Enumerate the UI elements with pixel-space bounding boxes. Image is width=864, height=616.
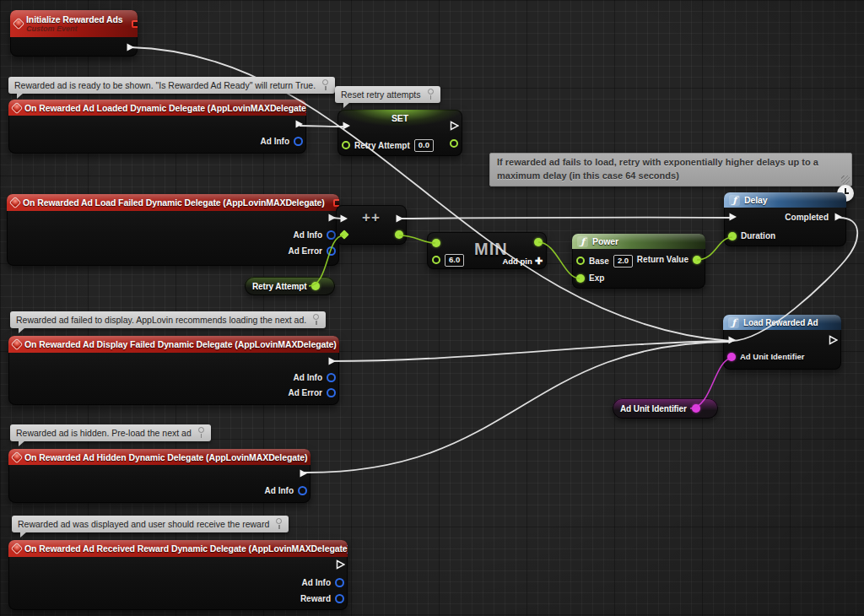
node-min[interactable]: 6.0 MIN Add pin ✚ bbox=[427, 232, 547, 269]
set-output-pin[interactable] bbox=[450, 139, 458, 148]
node-on-rewarded-ad-received-reward[interactable]: On Rewarded Ad Received Reward Dynamic D… bbox=[8, 540, 348, 610]
exec-out-pin[interactable] bbox=[298, 468, 308, 478]
duration-input-pin[interactable] bbox=[728, 232, 737, 240]
node-on-rewarded-ad-load-failed[interactable]: On Rewarded Ad Load Failed Dynamic Deleg… bbox=[7, 194, 339, 266]
retry-attempt-value-input[interactable]: 0.0 bbox=[414, 139, 434, 152]
event-diamond-icon bbox=[10, 197, 19, 207]
function-node-header: Delay bbox=[724, 192, 846, 208]
node-title: SET bbox=[392, 113, 408, 123]
base-value-input[interactable]: 2.0 bbox=[613, 255, 633, 267]
return-value-pin[interactable] bbox=[693, 256, 701, 264]
node-title: Delay bbox=[744, 195, 768, 205]
node-increment[interactable]: ++ bbox=[336, 205, 407, 245]
ad-info-pin[interactable] bbox=[335, 578, 344, 587]
node-on-rewarded-ad-hidden[interactable]: On Rewarded Ad Hidden Dynamic Delegate (… bbox=[8, 449, 310, 503]
exec-out-pin[interactable] bbox=[327, 356, 337, 366]
ad-error-pin[interactable] bbox=[327, 246, 336, 256]
add-pin-button[interactable]: Add pin ✚ bbox=[502, 256, 543, 267]
exec-in-pin[interactable] bbox=[727, 212, 737, 222]
ad-info-pin[interactable] bbox=[298, 486, 307, 495]
exec-out-pin[interactable] bbox=[449, 121, 459, 131]
getter-ad-unit-identifier[interactable]: Ad Unit Identifier bbox=[613, 398, 718, 419]
event-diamond-icon bbox=[12, 103, 21, 112]
completed-exec-pin[interactable] bbox=[833, 212, 843, 222]
exec-in-pin[interactable] bbox=[341, 121, 351, 131]
plus-icon: ✚ bbox=[535, 256, 543, 267]
ad-unit-output-pin[interactable] bbox=[692, 404, 700, 413]
ad-info-pin[interactable] bbox=[327, 373, 336, 382]
delegate-pin[interactable] bbox=[132, 20, 138, 28]
exec-in-pin[interactable] bbox=[726, 335, 737, 345]
comment-bubble-reset-retry: Reset retry attempts bbox=[335, 86, 440, 103]
exec-in-pin[interactable] bbox=[338, 213, 348, 224]
pin-label-ad-error: Ad Error bbox=[288, 388, 322, 397]
pin-label-exp: Exp bbox=[589, 273, 604, 283]
exp-input-pin[interactable] bbox=[576, 274, 585, 283]
node-load-rewarded-ad[interactable]: Load Rewarded Ad Ad Unit Identifier bbox=[723, 315, 841, 370]
delegate-node-header: On Rewarded Ad Load Failed Dynamic Deleg… bbox=[7, 194, 339, 211]
ad-info-pin[interactable] bbox=[294, 137, 303, 146]
increment-symbol: ++ bbox=[362, 209, 381, 226]
blueprint-graph-canvas[interactable]: Initialize Rewarded Ads Custom Event Rew… bbox=[0, 0, 864, 616]
pin-label-reward: Reward bbox=[300, 594, 331, 603]
value-output-pin[interactable] bbox=[395, 230, 403, 239]
exec-out-pin[interactable] bbox=[394, 213, 404, 224]
min-output-pin[interactable] bbox=[534, 238, 543, 246]
add-pin-label: Add pin bbox=[502, 257, 532, 266]
min-input-a-pin[interactable] bbox=[432, 239, 440, 247]
comment-bubble-display-failed: Rewarded ad failed to display. AppLovin … bbox=[10, 311, 326, 328]
min-input-b-pin[interactable] bbox=[432, 256, 440, 264]
exec-out-pin[interactable] bbox=[125, 42, 135, 52]
event-diamond-icon bbox=[12, 543, 21, 553]
event-node-header: Initialize Rewarded Ads Custom Event bbox=[10, 10, 138, 37]
pin-label-ad-error: Ad Error bbox=[288, 246, 322, 256]
node-title: On Rewarded Ad Load Failed Dynamic Deleg… bbox=[23, 197, 325, 208]
wire-displayfailed-to-load bbox=[330, 341, 731, 361]
delegate-node-header: On Rewarded Ad Display Failed Dynamic De… bbox=[8, 336, 339, 353]
pin-label-ad-info: Ad Info bbox=[294, 373, 322, 382]
comment-pin-icon[interactable] bbox=[427, 89, 435, 100]
ad-unit-identifier-input-pin[interactable] bbox=[727, 353, 736, 361]
node-title: Initialize Rewarded Ads bbox=[26, 14, 123, 24]
comment-box-retry-strategy[interactable]: If rewarded ad fails to load, retry with… bbox=[489, 153, 852, 186]
node-subtitle: Custom Event bbox=[26, 24, 123, 33]
getter-retry-attempt[interactable]: Retry Attempt bbox=[245, 277, 335, 295]
comment-pin-icon[interactable] bbox=[321, 79, 329, 91]
comment-bubble-hidden: Rewarded ad is hidden. Pre-load the next… bbox=[10, 424, 211, 441]
node-power[interactable]: Power Base 2.0 Return Value Exp bbox=[572, 234, 705, 289]
pin-label-base: Base bbox=[589, 257, 609, 266]
node-on-rewarded-ad-loaded[interactable]: On Rewarded Ad Loaded Dynamic Delegate (… bbox=[8, 100, 306, 154]
node-set-retry-attempt[interactable]: SET Retry Attempt 0.0 bbox=[338, 110, 462, 156]
value-input-pin[interactable] bbox=[339, 230, 348, 239]
comment-pin-icon[interactable] bbox=[275, 518, 283, 530]
exec-out-pin[interactable] bbox=[294, 119, 304, 129]
exec-out-pin[interactable] bbox=[335, 559, 345, 570]
comment-bubble-ready: Rewarded ad is ready to be shown. "Is Re… bbox=[8, 77, 335, 94]
pure-function-header: Power bbox=[572, 234, 705, 249]
delegate-node-header: On Rewarded Ad Hidden Dynamic Delegate (… bbox=[8, 449, 310, 465]
ad-info-pin[interactable] bbox=[327, 230, 336, 240]
reward-pin[interactable] bbox=[335, 594, 344, 603]
node-initialize-rewarded-ads[interactable]: Initialize Rewarded Ads Custom Event bbox=[10, 10, 138, 57]
variable-name: Ad Unit Identifier bbox=[620, 404, 687, 413]
function-icon bbox=[577, 236, 588, 247]
comment-bubble-received-reward: Rewarded ad was displayed and user shoul… bbox=[12, 516, 289, 532]
pin-label-ad-info: Ad Info bbox=[265, 486, 294, 495]
retry-attempt-input-pin[interactable] bbox=[342, 141, 350, 149]
function-icon bbox=[729, 195, 740, 206]
pin-label-ad-info: Ad Info bbox=[302, 578, 331, 587]
retry-attempt-output-pin[interactable] bbox=[311, 282, 320, 290]
node-on-rewarded-ad-display-failed[interactable]: On Rewarded Ad Display Failed Dynamic De… bbox=[8, 336, 339, 405]
comment-text: Reset retry attempts bbox=[341, 89, 421, 100]
comment-text: Rewarded ad failed to display. AppLovin … bbox=[16, 315, 306, 325]
node-title: On Rewarded Ad Received Reward Dynamic D… bbox=[24, 543, 348, 554]
event-diamond-icon bbox=[14, 19, 23, 28]
comment-pin-icon[interactable] bbox=[312, 314, 320, 326]
comment-pin-icon[interactable] bbox=[197, 427, 205, 439]
node-title: Power bbox=[592, 236, 618, 246]
min-input-b-value[interactable]: 6.0 bbox=[445, 254, 464, 267]
exec-out-pin[interactable] bbox=[828, 335, 838, 345]
node-delay[interactable]: Delay Completed Duration bbox=[724, 192, 846, 246]
base-input-pin[interactable] bbox=[576, 257, 585, 265]
ad-error-pin[interactable] bbox=[327, 388, 336, 397]
